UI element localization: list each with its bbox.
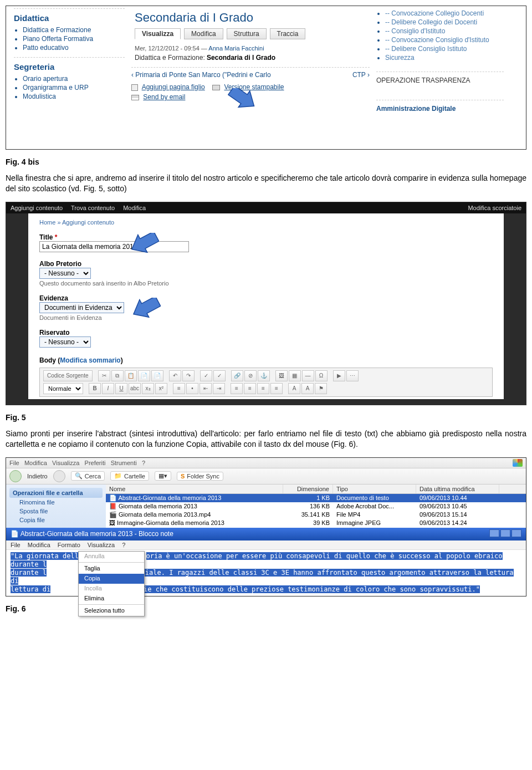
right-item[interactable]: -- Convocazione Consiglio d'Istituto (385, 36, 504, 44)
right-item[interactable]: Sicurezza (385, 54, 504, 62)
np-menu-file[interactable]: File (11, 542, 21, 548)
ck-spell-icon[interactable]: ✓ (200, 370, 212, 381)
ck-redo-icon[interactable]: ↷ (182, 370, 195, 381)
folders-button[interactable]: 📁 Cartelle (110, 471, 149, 481)
add-child-link[interactable]: Aggiungi pagina figlio (142, 83, 205, 91)
ck-bold-icon[interactable]: B (89, 383, 101, 394)
notepad-body[interactable]: "La giornata della moria è un'occasione … (6, 550, 526, 596)
ck-char-icon[interactable]: Ω (315, 370, 328, 381)
menu-preferiti[interactable]: Preferiti (85, 460, 106, 466)
ck-indent-icon[interactable]: ⇥ (213, 383, 225, 394)
file-row[interactable]: 🎬 Giornata della memoria 2013.mp435.141 … (106, 511, 526, 519)
task-rename[interactable]: Rinomina file (9, 498, 103, 507)
task-copy[interactable]: Copia file (9, 516, 103, 524)
ck-paste2-icon[interactable]: 📄 (138, 370, 150, 381)
ck-image-icon[interactable]: 🖼 (275, 370, 288, 381)
search-button[interactable]: 🔍 Cerca (71, 471, 105, 481)
ck-align-left-icon[interactable]: ≡ (231, 383, 243, 394)
print-link[interactable]: Versione stampabile (224, 83, 284, 91)
didattica-item[interactable]: Patto educativo (23, 44, 125, 52)
segreteria-item[interactable]: Organigramma e URP (23, 84, 125, 91)
admin-digitale-heading[interactable]: Amministrazione Digitale (376, 100, 504, 113)
task-move[interactable]: Sposta file (9, 507, 103, 516)
right-item[interactable]: -- Delibere Collegio dei Docenti (385, 18, 504, 26)
riservato-select[interactable]: - Nessuno - (39, 336, 91, 348)
ck-cut-icon[interactable]: ✂ (98, 370, 110, 381)
ctx-delete[interactable]: Elimina (79, 594, 144, 604)
ck-color-icon[interactable]: A (288, 383, 300, 394)
ck-paste-icon[interactable]: 📋 (125, 370, 137, 381)
ck-italic-icon[interactable]: I (102, 383, 114, 394)
menu-help[interactable]: ? (142, 460, 145, 466)
prev-link[interactable]: ‹ Primaria di Ponte San Marco ("Pedrini … (131, 71, 271, 79)
ck-table-icon[interactable]: ▦ (289, 370, 301, 381)
np-menu-modifica[interactable]: Modifica (28, 542, 50, 548)
views-button[interactable]: ▦▾ (155, 471, 171, 481)
file-row[interactable]: 📄 Abstract-Giornata della memoria 20131 … (106, 494, 526, 502)
ck-media-icon[interactable]: ▶ (333, 370, 345, 381)
ck-hr-icon[interactable]: — (302, 370, 314, 381)
author-link[interactable]: Anna Maria Facchini (208, 45, 264, 52)
ck-strike-icon[interactable]: abc (129, 383, 141, 394)
albo-select[interactable]: - Nessuno - (39, 268, 91, 279)
ck-anchor-icon[interactable]: ⚓ (258, 370, 270, 381)
ck-sup-icon[interactable]: x² (155, 383, 167, 394)
ck-format-select[interactable]: Normale (43, 383, 83, 394)
topbar-shortcuts[interactable]: Modifica scorciatoie (468, 205, 521, 211)
segreteria-item[interactable]: Modulistica (23, 93, 125, 100)
back-button-icon[interactable] (9, 470, 22, 482)
foldersync-button[interactable]: S Folder Sync (177, 472, 223, 481)
menu-strumenti[interactable]: Strumenti (111, 460, 137, 466)
np-menu-visualizza[interactable]: Visualizza (88, 542, 115, 548)
right-item[interactable]: -- Delibere Consiglio Istituto (385, 45, 504, 53)
topbar-find[interactable]: Trova contenuto (71, 205, 115, 211)
ck-flag-icon[interactable]: ⚑ (315, 383, 327, 394)
ck-unlink-icon[interactable]: ⊘ (244, 370, 257, 381)
edit-summary-link[interactable]: Modifica sommario (60, 356, 120, 364)
ck-align-center-icon[interactable]: ≡ (244, 383, 256, 394)
ck-align-just-icon[interactable]: ≡ (270, 383, 283, 394)
np-menu-help[interactable]: ? (122, 542, 125, 548)
file-row[interactable]: 📕 Giornata della memoria 2013136 KBAdobe… (106, 502, 526, 511)
ck-sub-icon[interactable]: x₂ (142, 383, 154, 394)
menu-modifica[interactable]: Modifica (24, 460, 47, 466)
didattica-item[interactable]: Didattica e Formazione (23, 26, 125, 34)
evidenza-select[interactable]: Documenti in Evidenza (39, 302, 124, 313)
ck-ul-icon[interactable]: • (186, 383, 198, 394)
right-item[interactable]: -- Convocazione Collegio Docenti (385, 9, 504, 17)
ck-source-button[interactable]: Codice Sorgente (43, 370, 93, 381)
email-link[interactable]: Send by email (143, 93, 185, 101)
next-link[interactable]: CTP › (352, 71, 370, 79)
segreteria-item[interactable]: Orario apertura (23, 75, 125, 83)
title-input[interactable] (39, 241, 189, 252)
tab-traccia[interactable]: Traccia (270, 28, 306, 39)
fwd-button-icon[interactable] (53, 470, 65, 482)
trasparenza-box[interactable]: OPERAZIONE TRASPARENZA (376, 72, 504, 84)
ck-bgcolor-icon[interactable]: A (301, 383, 314, 394)
menu-visualizza[interactable]: Visualizza (52, 460, 79, 466)
topbar-add[interactable]: Aggiungi contenuto (11, 205, 63, 211)
window-buttons[interactable] (488, 529, 521, 539)
np-menu-formato[interactable]: Formato (58, 542, 80, 548)
file-row[interactable]: 🖼 Immagine-Giornata della memoria 201339… (106, 519, 526, 527)
didattica-item[interactable]: Piano Offerta Formativa (23, 35, 125, 43)
topbar-edit[interactable]: Modifica (123, 205, 146, 211)
tab-visualizza[interactable]: Visualizza (135, 28, 181, 39)
ctx-copy[interactable]: Copia (79, 574, 144, 584)
ck-spell2-icon[interactable]: ✓ (213, 370, 226, 381)
ck-underline-icon[interactable]: U (115, 383, 127, 394)
ck-undo-icon[interactable]: ↶ (169, 370, 181, 381)
ck-paste3-icon[interactable]: 📄 (151, 370, 163, 381)
menu-file[interactable]: File (9, 460, 19, 466)
tab-modifica[interactable]: Modifica (184, 28, 223, 39)
ck-align-right-icon[interactable]: ≡ (257, 383, 269, 394)
ck-more-icon[interactable]: ⋯ (346, 370, 359, 381)
ck-copy-icon[interactable]: ⧉ (111, 370, 124, 381)
tab-struttura[interactable]: Struttura (227, 28, 267, 39)
ck-outdent-icon[interactable]: ⇤ (200, 383, 212, 394)
right-item[interactable]: -- Consiglio d'Istituto (385, 27, 504, 35)
ck-ol-icon[interactable]: ≡ (173, 383, 185, 394)
ctx-cut[interactable]: Taglia (79, 564, 144, 574)
ctx-selectall[interactable]: Seleziona tutto (79, 606, 144, 616)
ck-link-icon[interactable]: 🔗 (231, 370, 243, 381)
